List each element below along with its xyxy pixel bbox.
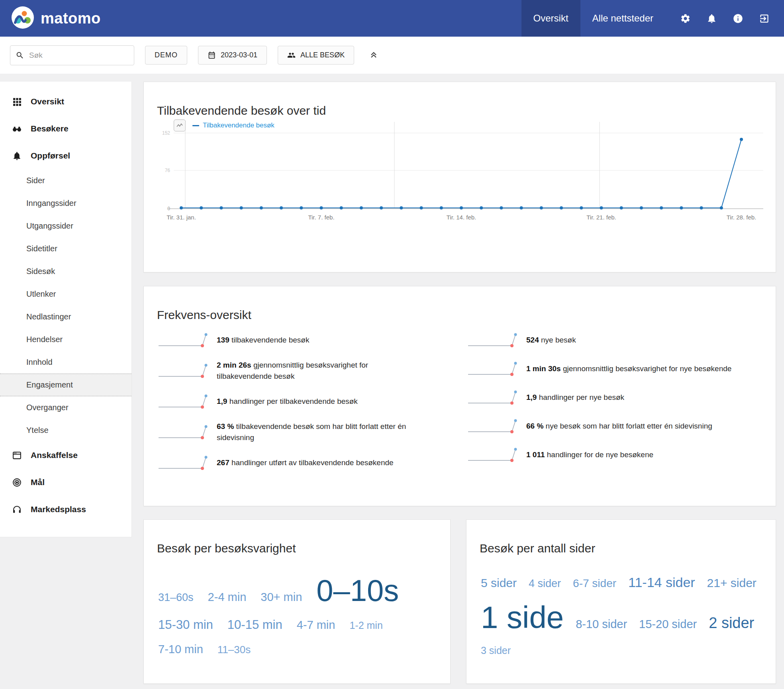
sparkline[interactable] [467,360,520,378]
tag-cloud-item[interactable]: 4-7 min [297,619,335,631]
people-icon [287,51,296,59]
visit-duration-card: Besøk per besøksvarighet 31–60s2-4 min30… [143,519,451,684]
x-axis-tick-label: Tir. 14. feb. [447,214,476,221]
tag-cloud-item[interactable]: 2 sider [709,615,754,630]
frequency-stat-text: 1 min 30s gjennomsnittlig besøksvarighet… [526,363,731,374]
sidebar-item-oppforsel[interactable]: Oppførsel [0,142,131,169]
frequency-stat-row: 1,9 handlinger per nye besøk [467,388,770,407]
matomo-logo-icon [11,6,34,31]
x-axis-tick-label: Tir. 21. feb. [586,214,616,221]
frequency-stat-row: 1,9 handlinger per tilbakevendende besøk [158,392,461,411]
frequency-stat-row: 2 min 26s gjennomsnittlig besøksvarighet… [158,360,461,382]
sidebar-item-overganger[interactable]: Overganger [0,396,131,419]
sidebar-item-hendelser[interactable]: Hendelser [0,328,131,351]
frequency-stat-label: nye besøk som har blitt forlatt etter én… [546,422,712,430]
frequency-stat-value: 1 min 30s [526,364,561,373]
tag-cloud-item[interactable]: 5 sider [481,577,517,589]
sparkline[interactable] [467,417,520,435]
line-chart[interactable]: 076152Tir. 31. jan.Tir. 7. feb.Tir. 14. … [144,82,776,241]
tag-cloud-item[interactable]: 0–10s [316,575,399,606]
date-selector-button[interactable]: 2023-03-01 [198,46,267,65]
sidebar-item-engasjement[interactable]: Engasjement [0,374,131,396]
tag-cloud-item[interactable]: 3 sider [481,646,511,656]
sidebar-item-markedsplass[interactable]: Markedsplass [0,496,131,523]
tag-cloud-item[interactable]: 6-7 sider [573,578,616,589]
tag-cloud-item[interactable]: 7-10 min [158,644,203,655]
sidebar-item-oversikt[interactable]: Oversikt [0,88,131,115]
sidebar-item-utlenker[interactable]: Utlenker [0,283,131,305]
tag-cloud-item[interactable]: 30+ min [261,591,302,603]
frequency-stat-value: 63 % [217,422,234,431]
sidebar-item-sidetitler[interactable]: Sidetitler [0,237,131,260]
sidebar-item-besokere[interactable]: Besøkere [0,115,131,142]
frequency-stat-label: handlinger utført av tilbakevendende bes… [231,458,394,467]
sidebar-item-sidesok[interactable]: Sidesøk [0,260,131,283]
sidebar-item-label: Nedlastinger [26,312,71,321]
nav-tab-alle-nettsteder[interactable]: Alle nettsteder [580,0,665,37]
site-selector-button[interactable]: DEMO [145,46,187,65]
sidebar-item-innhold[interactable]: Innhold [0,351,131,374]
grid-icon [12,97,22,107]
sidebar-item-label: Innhold [26,358,53,367]
sidebar-item-label: Anskaffelse [31,450,78,460]
tag-cloud-item[interactable]: 1-2 min [349,620,382,630]
sparkline[interactable] [158,454,210,472]
tag-cloud-item[interactable]: 15-30 min [158,619,213,631]
sparkline[interactable] [467,388,520,407]
search-box[interactable] [10,45,134,65]
x-axis-tick-label: Tir. 7. feb. [308,214,334,221]
sparkline[interactable] [467,331,520,349]
sidebar-item-utgangssider[interactable]: Utgangssider [0,215,131,237]
sidebar-item-ytelse[interactable]: Ytelse [0,419,131,442]
frequency-card-title: Frekvens-oversikt [157,308,251,322]
duration-card-title: Besøk per besøksvarighet [157,542,296,555]
brand[interactable]: matomo [11,6,101,31]
svg-text:0: 0 [167,206,170,211]
frequency-stat-value: 2 min 26s [217,361,251,369]
sparkline[interactable] [158,362,210,380]
tag-cloud-item[interactable]: 10-15 min [227,619,282,631]
frequency-stat-value: 66 % [526,422,543,430]
tag-cloud-item[interactable]: 31–60s [158,592,194,603]
search-input[interactable] [28,51,129,60]
frequency-stat-text: 1,9 handlinger per tilbakevendende besøk [217,396,358,407]
tag-cloud-item[interactable]: 2-4 min [208,591,247,603]
sidebar-item-inngangssider[interactable]: Inngangssider [0,192,131,215]
sidebar-item-label: Utlenker [26,290,56,299]
sparkline[interactable] [467,446,520,464]
sidebar-item-label: Sidesøk [26,267,55,276]
info-icon[interactable] [727,7,749,29]
settings-icon[interactable] [674,7,696,29]
sparkline[interactable] [158,331,210,349]
segment-selector-button[interactable]: ALLE BESØK [278,46,354,65]
frequency-stat-row: 1 011 handlinger for de nye besøkene [467,446,770,464]
navbar-icons [674,7,775,29]
notifications-icon[interactable] [700,7,723,29]
tag-cloud-item[interactable]: 15-20 sider [639,619,697,630]
browser-icon [12,450,22,460]
sidebar-item-nedlastinger[interactable]: Nedlastinger [0,305,131,328]
tag-cloud-item[interactable]: 4 sider [529,578,561,589]
collapse-chevrons-icon[interactable] [368,49,380,61]
sparkline[interactable] [158,423,210,441]
sidebar-item-anskaffelse[interactable]: Anskaffelse [0,442,131,469]
tag-cloud-item[interactable]: 21+ sider [707,577,757,589]
frequency-stat-label: handlinger per nye besøk [539,393,624,401]
sidebar-item-label: Utgangssider [26,221,73,231]
sub-toolbar: DEMO 2023-03-01 ALLE BESØK [0,37,784,74]
tag-cloud-item[interactable]: 8-10 sider [576,619,627,630]
nav-tab-oversikt[interactable]: Oversikt [521,0,580,37]
frequency-stat-row: 267 handlinger utført av tilbakevendende… [158,454,461,472]
tag-cloud-item[interactable]: 1 side [481,602,564,633]
tag-cloud-item[interactable]: 11–30s [218,644,251,655]
frequency-stat-value: 524 [526,336,539,344]
sidebar-item-mal[interactable]: Mål [0,469,131,496]
frequency-stat-label: nye besøk [541,336,576,344]
frequency-stat-label: tilbakevendende besøk [231,336,309,344]
date-selector-label: 2023-03-01 [221,51,257,59]
tag-cloud-item[interactable]: 11-14 sider [628,575,695,589]
sparkline[interactable] [158,392,210,411]
sidebar-item-sider[interactable]: Sider [0,169,131,192]
frequency-stat-row: 139 tilbakevendende besøk [158,331,461,349]
signout-icon[interactable] [753,7,775,29]
